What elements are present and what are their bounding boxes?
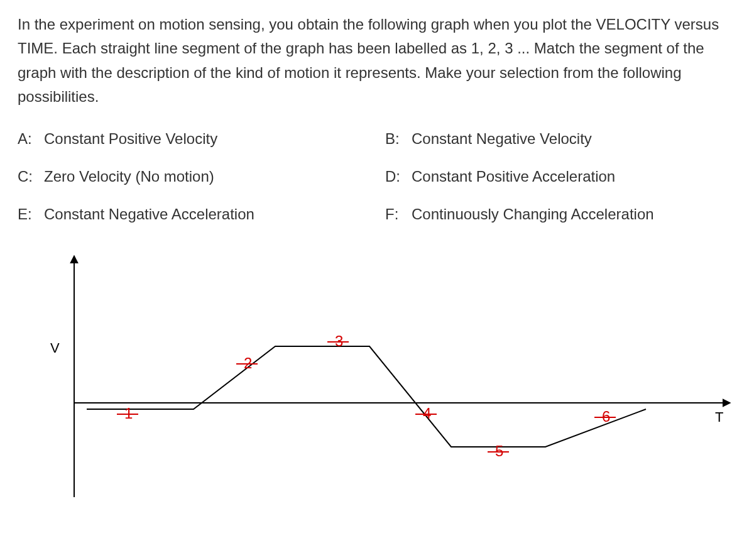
chart-svg: VT123456 [24,246,740,510]
svg-text:3: 3 [335,332,343,349]
svg-text:6: 6 [602,408,610,425]
option-e: E: Constant Negative Acceleration [18,202,374,226]
option-b: B: Constant Negative Velocity [385,127,741,151]
option-text: Continuously Changing Acceleration [412,202,654,226]
option-letter: A: [18,127,39,151]
option-d: D: Constant Positive Acceleration [385,165,741,189]
svg-text:T: T [715,409,723,425]
svg-text:V: V [50,340,60,356]
option-text: Constant Positive Acceleration [412,165,615,189]
svg-text:1: 1 [124,405,133,422]
option-text: Zero Velocity (No motion) [44,165,214,189]
option-letter: D: [385,165,407,189]
option-text: Constant Negative Acceleration [44,202,254,226]
svg-text:5: 5 [495,442,503,459]
svg-text:4: 4 [423,405,431,422]
option-letter: B: [385,127,407,151]
option-c: C: Zero Velocity (No motion) [18,165,374,189]
option-letter: C: [18,165,39,189]
option-letter: E: [18,202,39,226]
option-a: A: Constant Positive Velocity [18,127,374,151]
question-intro: In the experiment on motion sensing, you… [18,13,741,109]
answer-options: A: Constant Positive Velocity B: Constan… [18,127,741,227]
svg-text:2: 2 [244,354,252,371]
velocity-time-graph: VT123456 [24,246,741,510]
option-letter: F: [385,202,407,226]
option-text: Constant Positive Velocity [44,127,217,151]
option-text: Constant Negative Velocity [412,127,592,151]
option-f: F: Continuously Changing Acceleration [385,202,741,226]
